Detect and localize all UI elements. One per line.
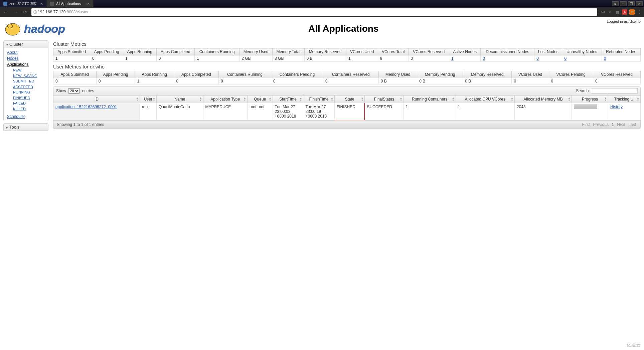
extension-icon-2[interactable]: ━ <box>629 9 635 15</box>
adobe-icon[interactable]: 人 <box>622 9 627 15</box>
sidebar-tools-header[interactable]: Tools <box>4 124 48 131</box>
sort-icon <box>604 97 607 102</box>
cm-link[interactable]: 0 <box>604 56 606 61</box>
apps-col[interactable]: Application Type <box>203 96 247 103</box>
cm-link[interactable]: 0 <box>536 56 539 61</box>
sidebar-link-applications[interactable]: Applications <box>7 61 45 67</box>
um-val: 0 B <box>417 78 463 84</box>
tab-favicon <box>3 2 7 6</box>
maximize-button[interactable]: ❐ <box>628 1 635 6</box>
apps-col[interactable]: ID <box>53 96 140 103</box>
um-val: 0 <box>96 78 135 84</box>
sidebar-state-failed[interactable]: FAILED <box>13 101 45 106</box>
page-size-select[interactable]: 20 <box>68 88 80 94</box>
cm-col: VCores Total <box>378 48 409 55</box>
apps-col[interactable]: Allocated CPU VCores <box>456 96 514 103</box>
application-id-link[interactable]: application_1522162696272_0001 <box>55 105 117 109</box>
sidebar-state-submitted[interactable]: SUBMITTED <box>13 78 45 84</box>
pager-current[interactable]: 1 <box>612 122 614 127</box>
pager-last[interactable]: Last <box>628 122 636 127</box>
um-col: VCores Used <box>512 71 549 78</box>
cm-val: 2 GB <box>239 55 273 62</box>
reload-button[interactable]: ⟳ <box>22 9 29 15</box>
apps-col[interactable]: StartTime <box>273 96 303 103</box>
um-col: Containers Running <box>219 71 271 78</box>
pager-prev[interactable]: Previous <box>593 122 609 127</box>
url-port: :8088 <box>65 10 75 14</box>
sidebar-cluster-header[interactable]: Cluster <box>4 41 48 48</box>
sidebar-link-scheduler[interactable]: Scheduler <box>7 114 45 120</box>
close-icon[interactable]: × <box>87 1 90 6</box>
sidebar-state-running[interactable]: RUNNING <box>13 90 45 95</box>
cm-val: 8 <box>378 55 409 62</box>
user-icon[interactable]: ≡ <box>612 1 619 6</box>
extension-icon[interactable]: ▦ <box>615 9 620 15</box>
svg-text:hadoop: hadoop <box>24 22 65 35</box>
sidebar-link-about[interactable]: About <box>7 49 45 55</box>
cm-link[interactable]: 0 <box>564 56 567 61</box>
minimize-button[interactable]: ─ <box>620 1 627 6</box>
cm-col: Active Nodes <box>449 48 480 55</box>
sort-icon <box>269 97 272 102</box>
browser-tab-1[interactable]: All Applications × <box>47 0 94 7</box>
address-bar[interactable]: ⓘ 192.168.77.130:8088/cluster <box>31 8 597 16</box>
apps-col[interactable]: Running Containers <box>404 96 456 103</box>
pager-first[interactable]: First <box>582 122 590 127</box>
user-metrics-header: User Metrics for dr.who <box>53 64 641 69</box>
bookmark-icon[interactable]: ☆ <box>607 9 613 15</box>
sort-icon <box>511 97 513 102</box>
sort-icon <box>568 97 571 102</box>
apps-col[interactable]: Tracking UI <box>608 96 640 103</box>
um-val: 0 <box>323 78 379 84</box>
um-val: 0 B <box>378 78 417 84</box>
tab-title: All Applications <box>56 2 81 6</box>
cm-col: Memory Reserved <box>304 48 346 55</box>
close-window-button[interactable]: ✕ <box>636 1 643 6</box>
cell-name: QuasiMonteCarlo <box>157 103 203 120</box>
sort-icon <box>637 97 639 102</box>
sidebar-state-accepted[interactable]: ACCEPTED <box>13 84 45 90</box>
url-path: /cluster <box>75 10 89 14</box>
cm-val: 0 <box>602 55 640 62</box>
cm-val: 0 <box>90 55 123 62</box>
apps-col[interactable]: State <box>334 96 365 103</box>
apps-col[interactable]: Queue <box>247 96 273 103</box>
pager-next[interactable]: Next <box>617 122 625 127</box>
um-col: Apps Completed <box>174 71 218 78</box>
apps-col[interactable]: Allocated Memory MB <box>514 96 572 103</box>
apps-col[interactable]: User <box>140 96 156 103</box>
datatable-controls: Show 20 entries Search: <box>53 86 641 95</box>
sidebar-state-new_saving[interactable]: NEW_SAVING <box>13 73 45 79</box>
entries-label: entries <box>82 89 94 93</box>
cm-link[interactable]: 0 <box>483 56 485 61</box>
cm-col: Lost Nodes <box>534 48 562 55</box>
sidebar-state-killed[interactable]: KILLED <box>13 106 45 112</box>
browser-tab-0[interactable]: zero-51CTO博客 × <box>0 0 47 7</box>
cm-val: 0 <box>156 55 195 62</box>
cm-val: 1 <box>449 55 480 62</box>
back-button[interactable]: ← <box>2 9 9 15</box>
browser-tab-bar: zero-51CTO博客 × All Applications × ≡ ─ ❐ … <box>0 0 644 7</box>
menu-icon[interactable]: ⋮ <box>637 9 642 15</box>
cm-link[interactable]: 1 <box>451 56 454 61</box>
search-input[interactable] <box>591 88 638 94</box>
hadoop-logo[interactable]: hadoop <box>3 19 80 38</box>
cm-val: 0 <box>534 55 562 62</box>
translate-icon[interactable]: 🖂 <box>600 9 605 15</box>
info-icon[interactable]: ⓘ <box>33 10 37 15</box>
sidebar-link-nodes[interactable]: Nodes <box>7 55 45 61</box>
apps-col[interactable]: Name <box>157 96 203 103</box>
um-col: Memory Used <box>378 71 417 78</box>
sidebar-state-new[interactable]: NEW <box>13 67 45 73</box>
cell-type: MAPREDUCE <box>203 103 247 120</box>
apps-col[interactable]: FinalStatus <box>365 96 404 103</box>
close-icon[interactable]: × <box>40 1 43 6</box>
user-metrics-table: Apps SubmittedApps PendingApps RunningAp… <box>53 71 641 84</box>
sidebar-state-finished[interactable]: FINISHED <box>13 95 45 101</box>
apps-col[interactable]: FinishTime <box>303 96 334 103</box>
tracking-link[interactable]: History <box>610 105 623 109</box>
um-col: VCores Pending <box>549 71 593 78</box>
cm-col: Apps Submitted <box>53 48 90 55</box>
apps-col[interactable]: Progress <box>572 96 608 103</box>
forward-button[interactable]: → <box>12 9 19 15</box>
